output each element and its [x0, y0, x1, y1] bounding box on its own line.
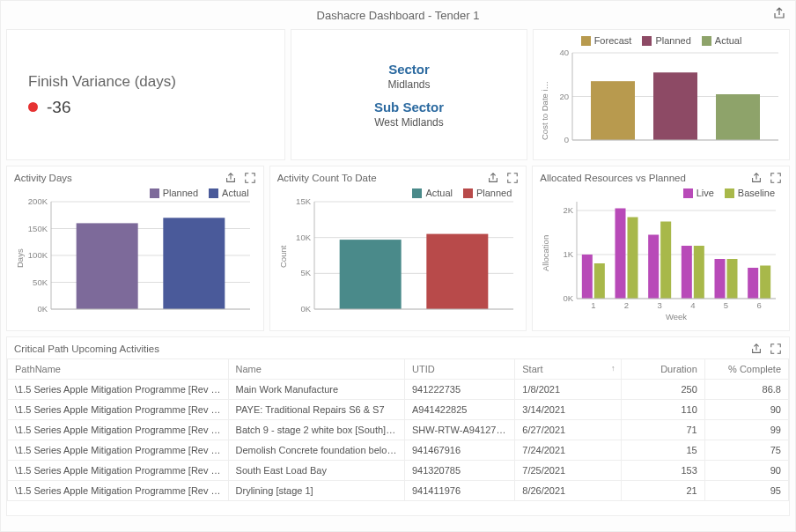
svg-rect-50 [628, 218, 638, 299]
svg-text:Week: Week [666, 312, 687, 321]
share-icon[interactable] [487, 172, 499, 184]
svg-text:5: 5 [724, 300, 728, 310]
share-icon[interactable] [750, 172, 763, 184]
table-row[interactable]: \1.5 Series Apple Mitigation Programme [… [8, 420, 789, 440]
svg-text:Count: Count [278, 245, 288, 268]
svg-rect-46 [582, 255, 593, 299]
legend-planned: Planned [476, 188, 512, 198]
cell-duration: 153 [621, 461, 704, 481]
col-complete[interactable]: % Complete [704, 359, 788, 380]
cell-start: 3/14/2021 [515, 400, 621, 420]
expand-icon[interactable] [244, 172, 256, 184]
cell-name: Batch 9 - stage 2 white box [South] SE4… [228, 420, 404, 440]
activity-days-panel: Activity Days Planned Actual 0K50K100K15… [6, 166, 264, 331]
table-title: Critical Path Upcoming Activities [14, 344, 159, 354]
svg-text:2K: 2K [564, 205, 574, 215]
svg-rect-6 [591, 81, 635, 140]
cost-legend: Forecast Planned Actual [539, 35, 784, 46]
cell-pct: 99 [704, 420, 788, 440]
cell-path: \1.5 Series Apple Mitigation Programme [… [8, 400, 229, 420]
cell-pct: 90 [704, 400, 788, 420]
svg-text:5K: 5K [300, 268, 311, 277]
cell-utid: 941320785 [405, 461, 515, 481]
svg-rect-62 [761, 266, 771, 299]
svg-rect-23 [163, 218, 225, 309]
svg-text:150K: 150K [28, 224, 48, 233]
legend-actual: Actual [222, 188, 249, 198]
expand-icon[interactable] [506, 172, 519, 184]
col-name[interactable]: Name [228, 359, 404, 380]
activity-count-title: Activity Count To Date [277, 173, 377, 183]
finish-variance-card: Finish Variance (days) -36 [6, 29, 285, 160]
svg-text:0K: 0K [300, 304, 311, 314]
svg-text:200K: 200K [28, 198, 48, 206]
cell-path: \1.5 Series Apple Mitigation Programme [… [8, 440, 229, 461]
cell-duration: 15 [621, 440, 704, 461]
activity-days-chart: 0K50K100K150K200KDays [12, 198, 257, 321]
table-row[interactable]: \1.5 Series Apple Mitigation Programme [… [8, 481, 789, 501]
cell-name: Main Work Manufacture [228, 380, 404, 400]
legend-actual: Actual [715, 35, 742, 46]
svg-rect-61 [748, 268, 759, 299]
cell-name: PAYE: Traditional Repairs S6 & S7 [228, 400, 404, 420]
table-row[interactable]: \1.5 Series Apple Mitigation Programme [… [8, 380, 789, 400]
svg-rect-7 [653, 72, 697, 140]
sort-asc-icon: ↑ [611, 364, 615, 373]
critical-path-table: PathName Name UTID Start↑ Duration % Com… [7, 358, 789, 501]
table-row[interactable]: \1.5 Series Apple Mitigation Programme [… [8, 400, 789, 420]
expand-icon[interactable] [770, 172, 782, 184]
svg-text:15K: 15K [296, 198, 312, 206]
svg-rect-35 [339, 240, 401, 309]
table-row[interactable]: \1.5 Series Apple Mitigation Programme [… [8, 461, 789, 481]
resources-chart: 0K1K2K123456WeekAllocation [538, 198, 783, 321]
col-utid[interactable]: UTID [405, 359, 515, 380]
svg-text:0K: 0K [37, 304, 48, 314]
cell-name: South East Load Bay [228, 461, 404, 481]
svg-text:20: 20 [559, 92, 569, 101]
svg-rect-55 [682, 246, 692, 299]
cost-to-date-card: Forecast Planned Actual 02040Cost to Dat… [533, 29, 790, 160]
cell-start: 7/25/2021 [515, 461, 621, 481]
cell-utid: SHW-RTW-A9412748… [405, 420, 515, 440]
col-duration[interactable]: Duration [621, 359, 704, 380]
dashboard-header: Dashacre Dashboard - Tender 1 [1, 1, 795, 29]
cell-duration: 110 [621, 400, 704, 420]
share-icon[interactable] [772, 6, 786, 20]
share-icon[interactable] [225, 172, 237, 184]
cell-duration: 21 [621, 481, 704, 501]
activity-days-title: Activity Days [14, 173, 72, 183]
expand-icon[interactable] [770, 343, 782, 355]
svg-text:Days: Days [15, 248, 25, 268]
cell-pct: 90 [704, 461, 788, 481]
legend-planned: Planned [163, 188, 198, 198]
dashboard-title: Dashacre Dashboard - Tender 1 [317, 9, 480, 22]
subsector-value: West Midlands [374, 116, 443, 129]
legend-live: Live [696, 188, 714, 198]
sector-card: Sector Midlands Sub Sector West Midlands [291, 29, 527, 160]
resources-title: Allocated Resources vs Planned [540, 173, 686, 183]
col-pathname[interactable]: PathName [8, 359, 229, 380]
cell-path: \1.5 Series Apple Mitigation Programme [… [8, 380, 229, 400]
subsector-label: Sub Sector [374, 100, 444, 115]
svg-text:100K: 100K [28, 250, 48, 260]
share-icon[interactable] [750, 343, 763, 355]
activity-count-chart: 0K5K10K15KCount [276, 198, 520, 321]
cell-path: \1.5 Series Apple Mitigation Programme [… [8, 481, 229, 501]
cell-name: Drylining [stage 1] [228, 481, 404, 501]
cell-pct: 86.8 [704, 380, 788, 400]
activity-count-panel: Activity Count To Date Actual Planned 0K… [269, 166, 527, 331]
svg-rect-59 [727, 259, 738, 299]
cell-name: Demolish Concrete foundation below th… [228, 440, 404, 461]
svg-rect-36 [426, 234, 488, 309]
cost-chart: 02040Cost to Date i… [539, 49, 784, 151]
sector-label: Sector [388, 62, 430, 77]
svg-text:4: 4 [691, 300, 696, 310]
legend-forecast: Forecast [594, 35, 632, 46]
status-dot-icon [28, 102, 38, 112]
svg-text:Cost to Date i…: Cost to Date i… [540, 81, 549, 140]
cell-utid: 941222735 [405, 380, 515, 400]
svg-rect-49 [615, 209, 626, 299]
resources-panel: Allocated Resources vs Planned Live Base… [532, 166, 790, 331]
table-row[interactable]: \1.5 Series Apple Mitigation Programme [… [8, 440, 789, 461]
col-start[interactable]: Start↑ [515, 359, 621, 380]
